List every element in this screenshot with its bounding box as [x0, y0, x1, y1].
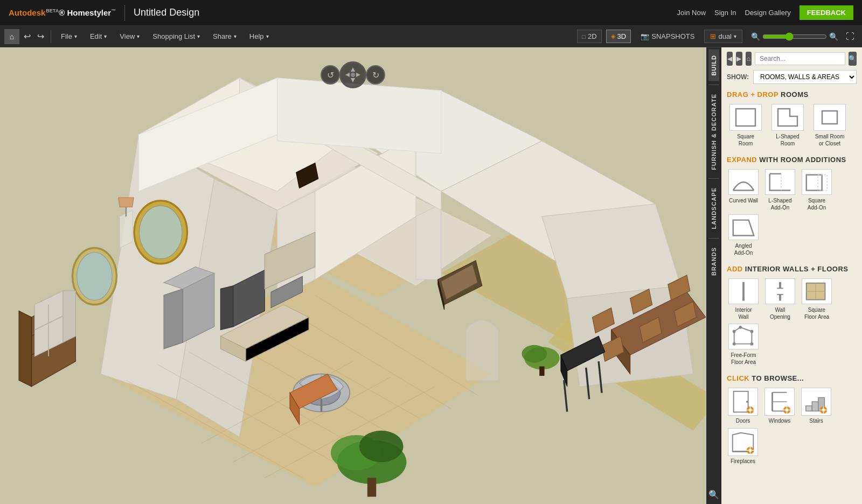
show-select[interactable]: ROOMS, WALLS & AREAS ALL FLOORS ONLY — [753, 70, 857, 84]
help-menu[interactable]: Help ▾ — [244, 30, 274, 43]
pan-control[interactable] — [339, 61, 366, 88]
square-addon-icon — [802, 169, 832, 195]
small-room-label: Small Roomor Closet — [815, 133, 844, 147]
add-walls-header: ADD INTERIOR WALLS + FLOORS — [727, 265, 857, 273]
redo-button[interactable]: ↪ — [35, 30, 46, 43]
svg-point-113 — [746, 401, 748, 403]
interior-wall-icon — [728, 278, 759, 304]
home-button[interactable]: ⌂ — [4, 29, 19, 44]
fullscreen-button[interactable]: ⛶ — [843, 31, 858, 43]
dual-arrow: ▾ — [734, 33, 736, 39]
angled-addon-icon — [728, 214, 759, 240]
tab-build[interactable]: BUILD — [708, 50, 719, 81]
zoom-slider[interactable] — [762, 32, 827, 41]
shopping-list-menu[interactable]: Shopping List ▾ — [147, 30, 205, 43]
panel-search-input[interactable] — [755, 52, 845, 65]
freeform-floor-item[interactable]: Free-FormFloor Area — [727, 324, 760, 366]
camera-icon: 📷 — [641, 32, 649, 40]
svg-point-65 — [359, 431, 404, 462]
zoom-in-icon[interactable]: 🔍 — [829, 32, 838, 41]
show-label: SHOW: — [727, 73, 749, 81]
feedback-button[interactable]: FEEDBACK — [800, 5, 853, 20]
svg-marker-42 — [220, 286, 233, 330]
svg-marker-39 — [164, 289, 183, 349]
edit-menu[interactable]: Edit ▾ — [85, 30, 112, 43]
fireplaces-item[interactable]: Fireplaces — [727, 428, 759, 464]
svg-marker-90 — [778, 109, 797, 126]
view-2d-button[interactable]: □ 2D — [577, 30, 601, 43]
click-highlight: CLICK — [727, 374, 749, 382]
view-menu[interactable]: View ▾ — [114, 30, 145, 43]
zoom-out-icon[interactable]: 🔍 — [751, 32, 760, 41]
small-room-item[interactable]: Small Roomor Closet — [811, 104, 849, 147]
share-menu-arrow: ▾ — [234, 33, 237, 39]
l-shaped-room-item[interactable]: L-ShapedRoom — [769, 104, 807, 147]
square-floor-svg — [802, 279, 831, 304]
view-3d-button[interactable]: ◈ 3D — [606, 30, 631, 43]
undo-button[interactable]: ↩ — [22, 30, 33, 43]
sign-in-link[interactable]: Sign In — [714, 9, 736, 17]
panel-forward-button[interactable]: ▶ — [736, 52, 742, 66]
tab-landscape[interactable]: LANDSCAPE — [708, 182, 719, 234]
edit-menu-arrow: ▾ — [104, 33, 107, 39]
stairs-label: Stairs — [809, 418, 823, 424]
doors-label: Doors — [736, 418, 750, 424]
join-now-link[interactable]: Join Now — [677, 9, 706, 17]
doors-item[interactable]: Doors — [727, 388, 759, 424]
svg-rect-131 — [812, 402, 818, 411]
file-menu-arrow: ▾ — [74, 33, 77, 39]
viewport[interactable]: ↺ ↻ — [0, 47, 706, 504]
browse-grid: Doors — [727, 388, 857, 464]
square-floor-item[interactable]: SquareFloor Area — [800, 278, 833, 320]
panel-content: ◀ ▶ ⌂ 🔍 SHOW: ROOMS, WALLS & AREAS ALL F… — [721, 47, 862, 504]
windows-item[interactable]: Windows — [763, 388, 796, 424]
svg-rect-95 — [807, 175, 822, 191]
share-menu[interactable]: Share ▾ — [207, 30, 242, 43]
menu-bar: ⌂ ↩ ↪ File ▾ Edit ▾ View ▾ Shopping List… — [0, 26, 862, 47]
wall-opening-svg — [766, 279, 795, 304]
angled-addon-label: AngledAdd-On — [734, 242, 753, 256]
wall-opening-item[interactable]: WallOpening — [763, 278, 797, 320]
tab-separator-1 — [708, 85, 719, 85]
nav-controls: ↺ ↻ — [321, 56, 385, 94]
file-menu[interactable]: File ▾ — [55, 30, 82, 43]
panel-search-button[interactable]: 🔍 — [849, 52, 857, 66]
3d-scene — [0, 47, 706, 504]
design-title[interactable]: Untitled Design — [134, 7, 199, 18]
tab-separator-3 — [708, 238, 719, 239]
panel-back-button[interactable]: ◀ — [727, 52, 733, 66]
stairs-item[interactable]: Stairs — [800, 388, 832, 424]
curved-wall-item[interactable]: Curved Wall — [727, 169, 760, 211]
rotate-right-button[interactable]: ↻ — [366, 65, 385, 85]
tab-furnish[interactable]: FURNISH & DECORATE — [708, 88, 719, 176]
rotate-left-button[interactable]: ↺ — [321, 65, 340, 85]
stairs-svg — [802, 388, 831, 415]
svg-marker-97 — [733, 220, 754, 236]
square-addon-item[interactable]: SquareAdd-On — [800, 169, 833, 211]
vertical-tabs: BUILD FURNISH & DECORATE LANDSCAPE BRAND… — [706, 47, 721, 504]
interior-wall-item[interactable]: InteriorWall — [727, 278, 760, 320]
angled-addon-item[interactable]: AngledAdd-On — [727, 214, 760, 256]
snapshots-button[interactable]: 📷 SNAPSHOTS — [635, 30, 700, 43]
panel-home-button[interactable]: ⌂ — [746, 52, 752, 66]
pan-arrows-icon — [343, 65, 363, 85]
home-icon: ⌂ — [10, 32, 14, 41]
drag-drop-highlight: DRAG + DROP — [727, 90, 778, 99]
small-room-svg — [817, 107, 843, 128]
svg-point-110 — [750, 330, 754, 333]
design-gallery-link[interactable]: Design Gallery — [745, 9, 791, 17]
wall-opening-label: WallOpening — [770, 306, 790, 320]
svg-marker-2 — [345, 73, 350, 77]
top-bar: AutodeskBETA® Homestyler™ Untitled Desig… — [0, 0, 862, 26]
right-panel: BUILD FURNISH & DECORATE LANDSCAPE BRAND… — [706, 47, 862, 504]
svg-point-68 — [522, 345, 547, 363]
dual-button[interactable]: ⊞ dual ▾ — [704, 30, 742, 43]
panel-search-magnifier-icon[interactable]: 🔍 — [706, 485, 721, 504]
browse-header: CLICK TO BROWSE... — [727, 374, 857, 382]
l-shaped-addon-item[interactable]: L-ShapedAdd-On — [763, 169, 797, 211]
square-room-item[interactable]: SquareRoom — [727, 104, 764, 147]
square-room-label: SquareRoom — [737, 133, 754, 147]
tab-brands[interactable]: BRANDS — [708, 242, 719, 281]
windows-label: Windows — [769, 418, 791, 424]
divider-line — [124, 5, 125, 21]
